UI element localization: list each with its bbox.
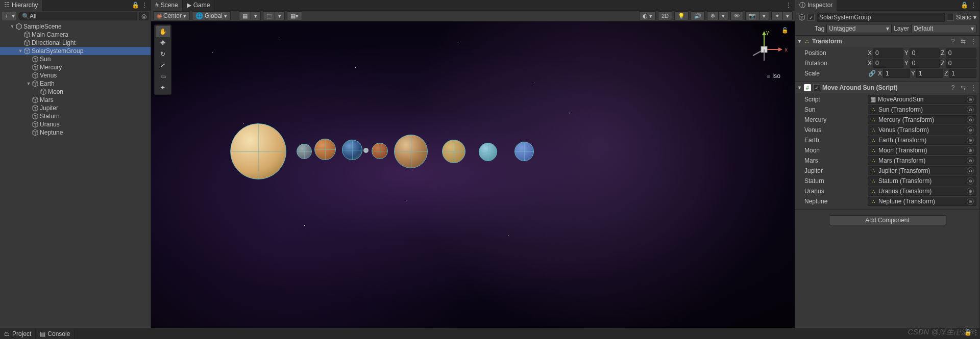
move-tool[interactable]: ✥ [156,37,170,48]
planet-jupiter[interactable] [394,135,428,168]
script-header[interactable]: ▼ # ✓ Move Around Sun (Script) ? ⇆ ⋮ [795,82,979,93]
gameobject-name-input[interactable] [817,13,945,22]
ref-field-moon[interactable]: ⛬Moon (Transform)⊙ [868,146,976,155]
object-picker[interactable]: ⊙ [967,147,974,154]
hierarchy-item-earth[interactable]: ▼Earth [0,80,151,88]
handle-button[interactable]: 🌐Global ▾ [192,11,231,20]
projection-toggle[interactable]: ≡ Iso [767,72,780,80]
lighting-button[interactable]: 💡 [674,11,689,20]
ref-field-earth[interactable]: ⛬Earth (Transform)⊙ [868,136,976,145]
hierarchy-item-neptune[interactable]: Neptune [0,128,151,137]
ref-field-staturn[interactable]: ⛬Staturn (Transform)⊙ [868,176,976,186]
fx-menu[interactable]: ▾ [718,11,728,20]
expand-arrow[interactable]: ▼ [9,24,15,29]
object-picker[interactable]: ⊙ [967,106,974,113]
gizmos-button[interactable]: ✦ [771,11,782,20]
tag-dropdown[interactable]: Untagged▾ [826,24,892,33]
planet-mars[interactable] [372,143,388,159]
ref-field-jupiter[interactable]: ⛬Jupiter (Transform)⊙ [868,166,976,175]
hierarchy-item-moon[interactable]: Moon [0,88,151,96]
grid-snap-button[interactable]: ▦ [239,11,251,20]
hierarchy-item-samplescene[interactable]: ▼SampleScene [0,22,151,31]
console-tab[interactable]: ▤Console [36,328,75,339]
expand-arrow[interactable]: ▼ [17,48,23,54]
transform-header[interactable]: ▼ ⛬ Transform ? ⇆ ⋮ [795,36,979,47]
hierarchy-item-main-camera[interactable]: Main Camera [0,31,151,39]
add-component-button[interactable]: Add Component [829,215,946,225]
create-button[interactable]: ＋ ▾ [2,12,16,20]
hierarchy-item-uranus[interactable]: Uranus [0,120,151,128]
hierarchy-search-input[interactable]: 🔍 All [18,12,137,20]
position-x-input[interactable] [873,48,903,58]
ref-field-uranus[interactable]: ⛬Uranus (Transform)⊙ [868,187,976,196]
scale-link-icon[interactable]: 🔗 [868,69,876,77]
script-preset-icon[interactable]: ⇆ [959,84,967,92]
hand-tool[interactable]: ✋ [156,26,170,37]
static-dropdown[interactable]: ▾ [973,14,976,21]
inspector-tab[interactable]: ⓘInspector [795,0,837,11]
hierarchy-item-sun[interactable]: Sun [0,55,151,63]
increment-snap-menu[interactable]: ▾ [275,11,285,20]
planet-earth[interactable] [342,140,362,160]
scene-viewport[interactable]: ✋ ✥ ↻ ⤢ ▭ ✦ y x 🔓 [151,21,795,328]
hierarchy-item-venus[interactable]: Venus [0,71,151,80]
ref-field-venus[interactable]: ⛬Venus (Transform)⊙ [868,125,976,135]
scale-z-input[interactable] [949,69,976,78]
hierarchy-item-solarsystemgroup[interactable]: ▼SolarSystemGroup [0,47,151,55]
scene-menu-icon[interactable]: ⋮ [785,1,793,9]
position-y-input[interactable] [910,48,940,58]
audio-button[interactable]: 🔊 [691,11,705,20]
game-tab[interactable]: ▶Game [183,0,215,11]
rotation-y-input[interactable] [910,59,940,68]
hierarchy-item-staturn[interactable]: Staturn [0,112,151,120]
rotation-z-input[interactable] [946,59,976,68]
ref-field-mercury[interactable]: ⛬Mercury (Transform)⊙ [868,115,976,124]
gizmos-menu[interactable]: ▾ [782,11,793,20]
draw-mode-button[interactable]: ◐ ▾ [639,11,656,20]
pivot-button[interactable]: ◉Center ▾ [153,11,190,20]
object-picker[interactable]: ⊙ [967,157,974,164]
hierarchy-tab[interactable]: ☷ Hierarchy [0,0,42,11]
planet-moon[interactable] [363,148,369,153]
gizmo-lock-icon[interactable]: 🔓 [781,27,789,34]
planet-mercury[interactable] [297,144,312,159]
transform-preset-icon[interactable]: ⇆ [959,37,967,45]
hierarchy-item-jupiter[interactable]: Jupiter [0,104,151,112]
object-picker[interactable]: ⊙ [967,167,974,174]
transform-tool[interactable]: ✦ [156,82,170,93]
camera-menu[interactable]: ▾ [759,11,769,20]
transform-help-icon[interactable]: ? [949,37,957,45]
script-enabled-checkbox[interactable]: ✓ [813,84,820,91]
object-picker[interactable]: ⊙ [967,126,974,134]
planet-uranus[interactable] [479,143,497,161]
rotation-x-input[interactable] [873,59,903,68]
grid-visibility-button[interactable]: ▦▾ [287,11,302,20]
planet-venus[interactable] [314,139,336,160]
object-picker[interactable]: ⊙ [967,188,974,195]
object-picker[interactable]: ⊙ [967,137,974,144]
expand-arrow[interactable]: ▼ [26,81,32,86]
planet-saturn[interactable] [442,140,465,163]
inspector-menu-icon[interactable]: ⋮ [969,1,977,9]
script-picker[interactable]: ⊙ [967,96,974,103]
ref-field-mars[interactable]: ⛬Mars (Transform)⊙ [868,156,976,165]
hierarchy-item-mars[interactable]: Mars [0,96,151,104]
static-checkbox[interactable] [947,14,954,21]
hierarchy-item-directional-light[interactable]: Directional Light [0,39,151,47]
scale-x-input[interactable] [883,69,910,78]
planet-sun[interactable] [230,123,286,179]
ref-field-sun[interactable]: ⛬Sun (Transform)⊙ [868,105,976,114]
grid-snap-menu[interactable]: ▾ [251,11,261,20]
object-picker[interactable]: ⊙ [967,198,974,205]
script-menu-icon[interactable]: ⋮ [969,84,977,92]
transform-menu-icon[interactable]: ⋮ [969,37,977,45]
rotate-tool[interactable]: ↻ [156,48,170,60]
script-help-icon[interactable]: ? [949,84,957,92]
planet-neptune[interactable] [514,142,534,161]
increment-snap-button[interactable]: ⬚ [263,11,275,20]
fx-button[interactable]: ❄ [707,11,718,20]
rect-tool[interactable]: ▭ [156,71,170,82]
2d-button[interactable]: 2D [658,11,672,20]
gameobject-icon[interactable] [798,14,805,21]
layer-dropdown[interactable]: Default▾ [911,24,976,33]
